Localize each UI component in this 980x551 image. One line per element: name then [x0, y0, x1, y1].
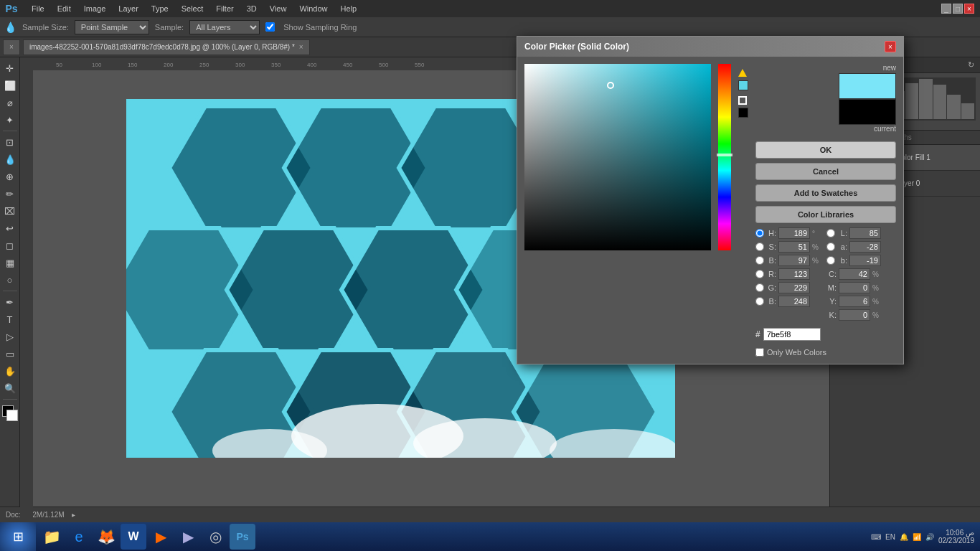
- zoom-tool[interactable]: 🔍: [2, 380, 18, 396]
- green-input[interactable]: [778, 282, 810, 293]
- crop-tool[interactable]: ⊡: [2, 134, 18, 150]
- language-indicator: EN: [885, 533, 895, 541]
- menu-3d[interactable]: 3D: [241, 3, 263, 14]
- panel-refresh-icon[interactable]: ↻: [968, 60, 974, 70]
- pen-tool[interactable]: ✒: [2, 294, 18, 310]
- m-input[interactable]: [839, 282, 870, 293]
- arrow-icon: ▸: [72, 511, 75, 519]
- y-input[interactable]: [839, 296, 870, 307]
- close-doc-icon[interactable]: ×: [3, 39, 20, 55]
- menu-view[interactable]: View: [264, 3, 293, 14]
- l-radio[interactable]: [826, 229, 835, 237]
- brightness-input[interactable]: [778, 255, 810, 266]
- taskbar-media2[interactable]: ▶: [175, 524, 201, 550]
- sample-select[interactable]: All Layers Current Layer: [189, 20, 260, 34]
- only-web-colors-checkbox[interactable]: [755, 348, 764, 357]
- cancel-button[interactable]: Cancel: [755, 163, 896, 180]
- maximize-button[interactable]: □: [953, 4, 963, 14]
- current-color-preview: [839, 99, 896, 125]
- hue-slider[interactable]: [718, 64, 731, 250]
- svg-text:100: 100: [92, 62, 102, 68]
- move-tool[interactable]: ✛: [2, 60, 18, 76]
- menu-edit[interactable]: Edit: [52, 3, 77, 14]
- ok-button[interactable]: OK: [755, 141, 896, 159]
- quick-select-tool[interactable]: ✦: [2, 112, 18, 128]
- menu-type[interactable]: Type: [146, 3, 174, 14]
- blue-input[interactable]: [778, 296, 810, 307]
- svg-text:200: 200: [164, 62, 174, 68]
- l-label: L:: [837, 229, 847, 237]
- color-gradient-field[interactable]: [524, 64, 711, 250]
- hex-input[interactable]: [763, 328, 821, 341]
- foreground-color[interactable]: [2, 405, 18, 421]
- taskbar-explorer[interactable]: 📁: [39, 524, 65, 550]
- color-picker-right: new current OK Cancel Add to Swatches Co…: [755, 64, 896, 357]
- clone-tool[interactable]: ⌧: [2, 203, 18, 219]
- taskbar-chrome[interactable]: ◎: [202, 524, 228, 550]
- eyedropper-tool[interactable]: 💧: [2, 151, 18, 167]
- eraser-tool[interactable]: ◻: [2, 237, 18, 253]
- windows-logo-icon: ⊞: [13, 529, 24, 545]
- document-tab[interactable]: images-482252-001-570a81d93df78c7d9edc0d…: [23, 39, 310, 55]
- dodge-tool[interactable]: ○: [2, 272, 18, 288]
- hue-input[interactable]: [778, 227, 810, 239]
- hue-thumb: [717, 154, 732, 156]
- hand-tool[interactable]: ✋: [2, 363, 18, 379]
- b2-input[interactable]: [849, 255, 881, 266]
- menu-window[interactable]: Window: [293, 3, 333, 14]
- red-input[interactable]: [778, 268, 810, 280]
- taskbar-media1[interactable]: ▶: [148, 524, 174, 550]
- taskbar-photoshop[interactable]: Ps: [230, 524, 255, 550]
- l-input[interactable]: [849, 227, 881, 239]
- a-input[interactable]: [849, 241, 881, 253]
- gradient-tool[interactable]: ▦: [2, 255, 18, 270]
- menu-select[interactable]: Select: [176, 3, 209, 14]
- saturation-input[interactable]: [778, 241, 810, 253]
- blue-radio[interactable]: [755, 297, 764, 306]
- tool-separator-2: [3, 291, 17, 291]
- color-libraries-button[interactable]: Color Libraries: [755, 206, 896, 223]
- taskbar-firefox[interactable]: 🦊: [93, 524, 119, 550]
- color-picker-titlebar[interactable]: Color Picker (Solid Color) ×: [517, 37, 903, 57]
- brush-tool[interactable]: ✏: [2, 186, 18, 202]
- b2-radio[interactable]: [826, 256, 835, 265]
- word-icon: W: [128, 530, 138, 543]
- a-radio[interactable]: [826, 242, 835, 251]
- close-button[interactable]: ×: [964, 4, 974, 14]
- menu-image[interactable]: Image: [78, 3, 112, 14]
- svg-text:50: 50: [56, 62, 62, 68]
- add-to-swatches-button[interactable]: Add to Swatches: [755, 184, 896, 202]
- menu-layer[interactable]: Layer: [113, 3, 144, 14]
- menu-file[interactable]: File: [26, 3, 50, 14]
- clock-date-val: 02/23/2019: [938, 537, 974, 545]
- hue-radio[interactable]: [755, 229, 764, 237]
- web-swatch[interactable]: [738, 108, 748, 118]
- path-select-tool[interactable]: ▷: [2, 329, 18, 344]
- sample-size-select[interactable]: Point Sample 3 by 3 Average 5 by 5 Avera…: [75, 20, 149, 34]
- start-button[interactable]: ⊞: [0, 522, 36, 551]
- gamut-swatch[interactable]: [738, 80, 748, 90]
- show-sampling-ring-checkbox[interactable]: [265, 22, 275, 32]
- history-brush-tool[interactable]: ↩: [2, 220, 18, 236]
- brightness-radio[interactable]: [755, 256, 764, 265]
- taskbar-word[interactable]: W: [121, 524, 146, 550]
- tab-close-button[interactable]: ×: [299, 43, 303, 51]
- k-input[interactable]: [839, 309, 870, 321]
- spot-heal-tool[interactable]: ⊕: [2, 169, 18, 184]
- menu-help[interactable]: Help: [335, 3, 363, 14]
- lasso-tool[interactable]: ⌀: [2, 95, 18, 110]
- shape-tool[interactable]: ▭: [2, 346, 18, 362]
- selection-tool[interactable]: ⬜: [2, 77, 18, 93]
- c-input[interactable]: [839, 268, 870, 280]
- red-label: R:: [766, 270, 776, 278]
- clock-date: 10:06 ص 02/23/2019: [938, 529, 974, 545]
- green-radio[interactable]: [755, 283, 764, 292]
- saturation-radio[interactable]: [755, 242, 764, 251]
- red-radio[interactable]: [755, 270, 764, 278]
- chrome-icon: ◎: [209, 528, 222, 545]
- taskbar-ie[interactable]: e: [66, 524, 92, 550]
- minimize-button[interactable]: _: [941, 4, 951, 14]
- color-picker-close-button[interactable]: ×: [885, 41, 896, 52]
- menu-filter[interactable]: Filter: [210, 3, 239, 14]
- type-tool[interactable]: T: [2, 311, 18, 327]
